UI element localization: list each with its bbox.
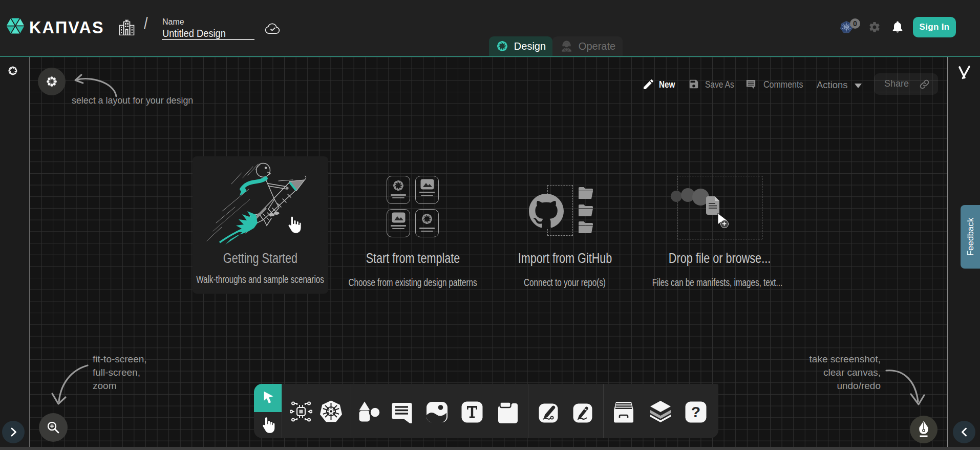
svg-text:?: ?: [691, 403, 700, 420]
